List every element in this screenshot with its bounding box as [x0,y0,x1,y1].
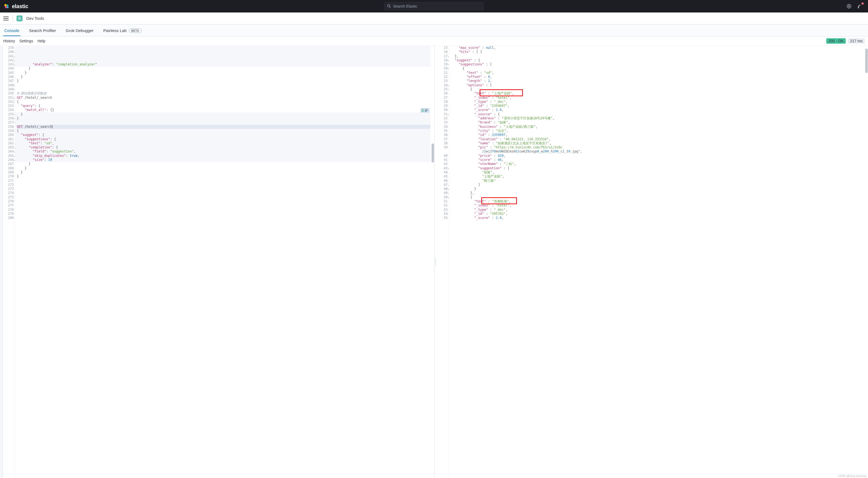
tabs-bar: Console Search Profiler Grok Debugger Pa… [0,24,868,36]
time-badge: 217 ms [848,38,865,44]
scrollbar[interactable] [864,46,868,478]
request-code[interactable]: "analyzer": "completion_analyzer" } } }}… [15,46,431,478]
editor-area: 239240▴241▴242▴243▴244245246247248▾249▾2… [0,46,868,478]
space-avatar[interactable]: D [17,16,23,22]
elastic-logo-icon [3,3,10,9]
svg-line-5 [390,6,391,8]
submenu-settings[interactable]: Settings [20,39,33,43]
tab-search-profiler[interactable]: Search Profiler [28,26,57,36]
response-code[interactable]: "max_score" : null, "hits" : [ ] }, "sug… [449,46,865,478]
tab-grok-debugger[interactable]: Grok Debugger [65,26,95,36]
wrench-icon[interactable] [425,109,429,112]
newsfeed-icon[interactable] [857,3,863,9]
svg-point-2 [5,6,7,8]
beta-badge: BETA [129,29,142,33]
notification-dot [862,2,864,5]
status-badge: 200 - OK [826,38,846,44]
response-viewer[interactable]: 151617▴18▾19▾20▾21222324▾25▾262728293031… [437,46,868,478]
line-gutter: 239240▴241▴242▴243▴244245246247248▾249▾2… [3,46,15,478]
console-submenu: History Settings Help 200 - OK 217 ms [0,36,868,46]
watermark: CSDN @Ding Jiaxiong [838,475,866,477]
submenu-help[interactable]: Help [37,39,45,43]
help-icon[interactable] [846,3,852,9]
scrollbar[interactable] [431,46,434,478]
collapse-gutter[interactable] [0,46,3,478]
svg-point-7 [848,5,849,7]
request-actions[interactable] [421,108,429,113]
breadcrumb[interactable]: Dev Tools [26,16,44,21]
line-gutter: 151617▴18▾19▾20▾21222324▾25▾262728293031… [437,46,449,478]
global-search[interactable] [384,2,484,10]
tab-painless-label: Painless Lab [103,28,127,33]
request-editor[interactable]: 239240▴241▴242▴243▴244245246247248▾249▾2… [3,46,435,478]
svg-point-0 [4,4,7,6]
logo-text: elastic [12,3,28,9]
svg-point-1 [6,5,8,6]
search-input[interactable] [393,4,481,8]
app-header: elastic [0,0,868,12]
svg-point-6 [847,4,851,8]
pane-splitter[interactable] [435,46,437,478]
submenu-history[interactable]: History [3,39,15,43]
svg-point-8 [858,7,859,8]
menu-toggle-icon[interactable] [3,16,9,21]
tab-painless-lab[interactable]: Painless Lab BETA [102,26,143,36]
run-icon[interactable] [422,109,425,112]
tab-console[interactable]: Console [3,26,20,36]
svg-point-3 [7,6,8,8]
search-icon [387,4,391,9]
nav-bar: D Dev Tools [0,12,868,24]
logo-area[interactable]: elastic [3,3,28,9]
svg-point-4 [388,4,390,7]
